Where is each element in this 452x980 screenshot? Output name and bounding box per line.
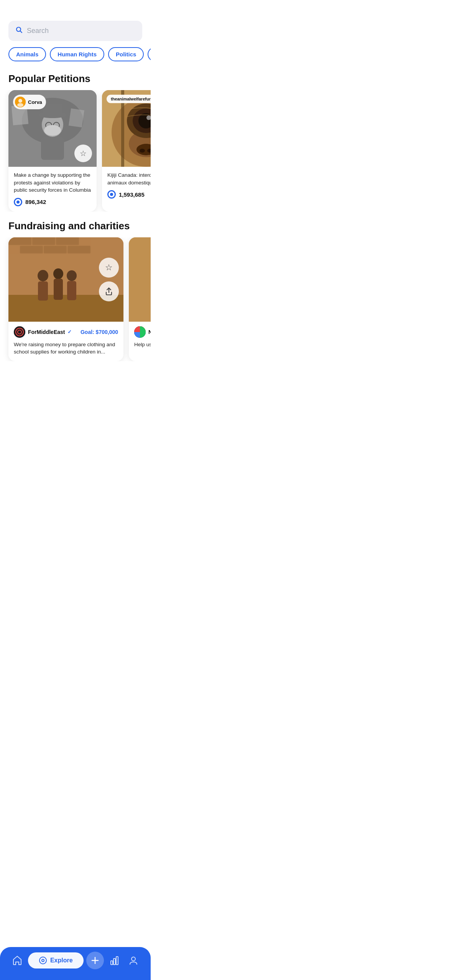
filter-section: Animals Human Rights Politics BLM Justic…	[0, 47, 151, 64]
svg-rect-31	[32, 237, 55, 245]
svg-point-25	[140, 149, 145, 153]
petition-2-desc: Kijiji Canada: interdizez la v des anima…	[107, 171, 151, 186]
svg-rect-35	[67, 246, 90, 253]
svg-point-39	[53, 268, 63, 279]
svg-rect-6	[43, 104, 62, 116]
fund-1-org-name: ForMiddleEast	[28, 329, 65, 335]
svg-rect-33	[20, 246, 43, 253]
fund-1-info: ForMiddleEast ✓ Goal: $700,000 We're rai…	[8, 322, 123, 361]
petition-1-number: 896,342	[25, 199, 46, 205]
search-bar[interactable]: Search	[8, 21, 142, 41]
user-badge-1: Corva	[13, 95, 46, 109]
petition-image-2: theanimalwelfarefund	[102, 90, 151, 167]
petition-1-info: Make a change by supporting the protests…	[8, 167, 97, 212]
svg-rect-40	[54, 279, 63, 300]
fund-1-verified-icon: ✓	[67, 329, 72, 335]
svg-rect-38	[38, 281, 48, 301]
filter-animals[interactable]: Animals	[8, 47, 46, 61]
screen: Search Animals Human Rights Politics BLM…	[0, 0, 151, 400]
fund-2-org-name: Nairobi	[148, 329, 151, 335]
petition-1-user: Corva	[28, 99, 42, 105]
fund-1-action-btns: ☆	[99, 258, 119, 301]
fund-image-1: ☆	[8, 237, 123, 322]
svg-rect-32	[56, 237, 79, 245]
fund-2-info: Nairobi Goal: $500,000 Help us feed East…	[129, 322, 151, 354]
search-section: Search	[0, 0, 151, 47]
fund-card-1[interactable]: ☆	[8, 237, 123, 361]
fund-1-share-button[interactable]	[99, 281, 119, 301]
fund-image-2	[129, 237, 151, 322]
user-badge-2: theanimalwelfarefund	[107, 95, 151, 103]
fund-1-goal: Goal: $700,000	[81, 329, 118, 335]
popular-petitions-title: Popular Petitions	[0, 64, 151, 90]
count-icon-2	[107, 190, 116, 199]
user-avatar-1	[15, 97, 26, 107]
fund-1-org-avatar	[14, 326, 25, 338]
filter-blm[interactable]: BLM	[148, 47, 151, 61]
petition-2-number: 1,593,685	[119, 191, 145, 198]
filter-human-rights[interactable]: Human Rights	[50, 47, 104, 61]
petitions-row: Corva ☆ Make a change by supporting the …	[0, 90, 151, 212]
svg-rect-11	[41, 137, 64, 160]
fund-1-org: ForMiddleEast ✓	[14, 326, 72, 338]
svg-point-37	[38, 270, 48, 281]
fundraising-row: ☆	[0, 237, 151, 361]
fund-1-star-button[interactable]: ☆	[99, 258, 119, 278]
fundraising-title: Fundraising and charities	[0, 212, 151, 237]
petition-image-1: Corva ☆	[8, 90, 97, 167]
count-icon-1	[14, 198, 22, 206]
svg-rect-42	[67, 281, 76, 300]
petition-1-star-button[interactable]: ☆	[74, 145, 92, 162]
petition-2-count: 1,593,685	[107, 190, 151, 199]
search-placeholder: Search	[27, 27, 49, 35]
fund-2-desc: Help us feed East Africa by...	[134, 341, 151, 349]
svg-point-15	[18, 99, 22, 103]
fund-2-org: Nairobi	[134, 326, 151, 338]
petition-2-user: theanimalwelfarefund	[108, 97, 151, 101]
petition-1-desc: Make a change by supporting the protests…	[14, 171, 91, 194]
fund-card-2[interactable]: Nairobi Goal: $500,000 Help us feed East…	[129, 237, 151, 361]
svg-point-10	[44, 125, 61, 136]
svg-rect-13	[69, 109, 84, 127]
svg-line-1	[20, 31, 22, 33]
svg-rect-46	[129, 237, 151, 322]
svg-point-16	[17, 103, 23, 107]
fund-1-desc: We're raising money to prepare clothing …	[14, 341, 118, 356]
filter-politics[interactable]: Politics	[108, 47, 144, 61]
fund-2-org-avatar	[134, 326, 146, 338]
petition-2-info: Kijiji Canada: interdizez la v des anima…	[102, 167, 151, 204]
petition-1-count: 896,342	[14, 198, 91, 206]
petition-card-2[interactable]: theanimalwelfarefund Kijiji Canada: inte…	[102, 90, 151, 212]
fund-1-meta: ForMiddleEast ✓ Goal: $700,000	[14, 326, 118, 338]
svg-point-41	[67, 270, 77, 281]
svg-rect-34	[44, 246, 67, 253]
petition-card-1[interactable]: Corva ☆ Make a change by supporting the …	[8, 90, 97, 212]
search-icon	[15, 26, 23, 36]
fund-2-meta: Nairobi Goal: $500,000	[134, 326, 151, 338]
svg-rect-30	[8, 237, 31, 245]
